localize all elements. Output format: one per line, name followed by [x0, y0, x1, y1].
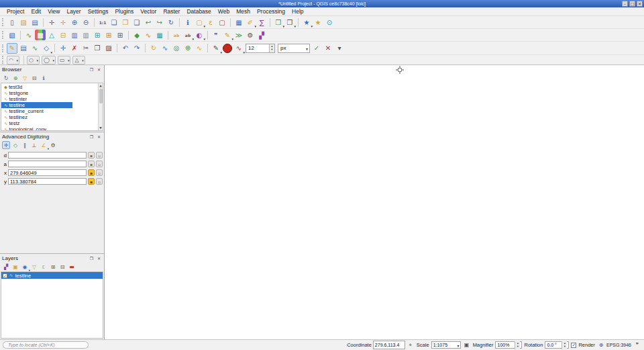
map-tips-icon[interactable]: ❞ [211, 30, 221, 40]
circular-string-tool[interactable]: ◠ [7, 56, 19, 64]
field-input[interactable] [8, 152, 87, 159]
identify-features-icon[interactable]: ℹ [182, 17, 193, 28]
menu-web[interactable]: Web [215, 7, 233, 16]
python-console-icon[interactable]: ≫ [233, 30, 244, 40]
refresh-map-icon[interactable]: ↻ [166, 17, 176, 28]
spin-arrows-icon[interactable] [515, 341, 520, 349]
deselect-features-icon[interactable]: ▢ [217, 17, 227, 28]
open-attribute-table-icon[interactable]: ▦ [233, 17, 244, 28]
pan-to-selection-icon[interactable]: ✛ [58, 17, 68, 28]
collapse-all-layers-icon[interactable]: ⊟ [58, 263, 66, 271]
add-ring-icon[interactable]: ◎ [171, 43, 182, 54]
circle-tool[interactable]: ○ [27, 56, 40, 64]
scale-combobox[interactable]: 1:1075 [431, 341, 461, 349]
new-annotation-icon[interactable]: ✎ [222, 30, 233, 40]
regular-polygon-tool[interactable]: △ [72, 56, 85, 64]
layer-labeling-icon[interactable]: ab [171, 30, 182, 40]
add-mesh-layer-icon[interactable]: △ [46, 30, 57, 40]
add-spatialite-layer-icon[interactable]: ▥ [80, 30, 91, 40]
new-geopackage-layer-icon[interactable]: ◆ [131, 30, 142, 40]
browser-item-testz[interactable]: ∿ testz [1, 120, 103, 126]
lock-icon[interactable] [88, 169, 95, 176]
repeat-lock-icon[interactable] [96, 152, 103, 159]
more-options-icon[interactable]: ▾ [334, 43, 345, 54]
layer-single-labeling-icon[interactable]: ab [182, 30, 193, 40]
zoom-to-layer-icon[interactable]: ❑ [131, 17, 142, 28]
rectangle-tool[interactable]: ▭ [58, 56, 71, 64]
new-virtual-layer-icon[interactable]: ▦ [154, 30, 165, 40]
expand-all-icon[interactable]: ⊞ [49, 263, 57, 271]
rotation-spinbox[interactable]: 0.0 ° [545, 341, 569, 349]
unit-combobox[interactable]: px [278, 44, 310, 53]
data-source-manager-icon[interactable]: ▧ [7, 30, 17, 40]
close-panel-icon[interactable]: ✕ [96, 67, 102, 73]
new-map-view-icon[interactable]: ❒ [273, 17, 284, 28]
add-part-icon[interactable]: ⊕ [182, 43, 193, 54]
common-angle-snapping-icon[interactable]: ∠ [40, 141, 48, 149]
field-input[interactable] [8, 178, 87, 185]
browser-item-testline[interactable]: ∿ testline [1, 102, 72, 108]
temporal-controller-icon[interactable]: ⊙ [324, 17, 335, 28]
toolbar-handle[interactable] [2, 18, 5, 26]
menu-help[interactable]: Help [288, 7, 307, 16]
add-line-feature-icon[interactable]: ∿ [30, 43, 40, 54]
close-button[interactable]: ✕ [637, 1, 643, 7]
zoom-native-icon[interactable]: 1:1 [97, 17, 108, 28]
vertex-tool-icon[interactable]: ◇ [41, 43, 52, 54]
new-project-icon[interactable]: ▯ [7, 17, 17, 28]
field-input[interactable] [8, 169, 87, 176]
browser-item-testgone[interactable]: ∿ testgone [1, 90, 103, 96]
construction-mode-icon[interactable]: ◇ [11, 141, 19, 149]
line-style-icon[interactable]: ∿ [233, 43, 244, 54]
remove-layer-icon[interactable]: ▬ [68, 263, 76, 271]
scroll-up-icon[interactable] [99, 83, 103, 88]
undo-icon[interactable]: ↶ [120, 43, 131, 54]
repeat-lock-icon[interactable] [96, 178, 103, 185]
float-panel-icon[interactable]: ❐ [89, 134, 95, 140]
add-delimited-text-icon[interactable]: ⊟ [58, 30, 68, 40]
filter-legend-icon[interactable]: ▽ [30, 263, 38, 271]
delete-selected-icon[interactable]: ✗ [69, 43, 80, 54]
zoom-full-icon[interactable]: ❏ [109, 17, 119, 28]
lock-icon[interactable] [88, 178, 95, 185]
menu-settings[interactable]: Settings [85, 7, 112, 16]
add-postgis-layers-icon[interactable]: ▥ [69, 30, 80, 40]
zoom-in-icon[interactable]: ⊕ [69, 17, 80, 28]
add-vector-layer-icon[interactable]: ∿ [23, 30, 34, 40]
menu-plugins[interactable]: Plugins [111, 7, 137, 16]
lock-scale-icon[interactable]: ▣ [463, 341, 471, 349]
close-panel-icon[interactable]: ✕ [96, 255, 102, 261]
add-wfs-layer-icon[interactable]: ⊞ [103, 30, 114, 40]
minimize-button[interactable]: – [622, 1, 628, 7]
title-bar[interactable]: *Untitled Project - QGIS ce8c738c40 [loi… [0, 0, 644, 7]
menu-mesh[interactable]: Mesh [233, 7, 254, 16]
add-group-icon[interactable]: ▣ [11, 263, 19, 271]
select-by-expression-icon[interactable]: ε [205, 17, 216, 28]
repeat-lock-icon[interactable] [96, 161, 103, 167]
refresh-browser-icon[interactable]: ↻ [2, 74, 10, 82]
open-layer-styling-icon[interactable]: ▞ [2, 263, 10, 271]
processing-toolbox-icon[interactable]: ⚙ [245, 30, 256, 40]
browser-item-topological-copy[interactable]: ∿ topological_copy [1, 126, 103, 131]
menu-database[interactable]: Database [183, 7, 214, 16]
menu-project[interactable]: Project [3, 7, 28, 16]
move-feature-icon[interactable]: ✛ [58, 43, 68, 54]
zoom-last-icon[interactable]: ↩ [143, 17, 154, 28]
annotation-layer-icon[interactable]: ✎ [211, 43, 221, 54]
properties-widget-icon[interactable]: ℹ [40, 74, 48, 82]
scrollbar-thumb[interactable] [99, 89, 103, 103]
new-bookmark-icon[interactable]: ★ [313, 17, 323, 28]
manage-map-themes-icon[interactable]: ◉ [21, 263, 29, 271]
repeat-lock-icon[interactable] [96, 169, 103, 176]
close-panel-icon[interactable]: ✕ [96, 134, 102, 140]
annotation-color-swatch[interactable] [223, 44, 232, 53]
redo-icon[interactable]: ↷ [131, 43, 142, 54]
spin-arrows-icon[interactable] [561, 341, 567, 349]
menu-raster[interactable]: Raster [160, 7, 183, 16]
add-wms-layer-icon[interactable]: ⊞ [92, 30, 103, 40]
add-xyz-layer-icon[interactable]: ⊞ [115, 30, 125, 40]
spin-arrows-icon[interactable] [269, 44, 274, 52]
render-checkbox[interactable] [571, 343, 576, 348]
open-project-icon[interactable]: ▨ [18, 17, 29, 28]
ellipse-tool[interactable]: ◯ [42, 56, 56, 64]
